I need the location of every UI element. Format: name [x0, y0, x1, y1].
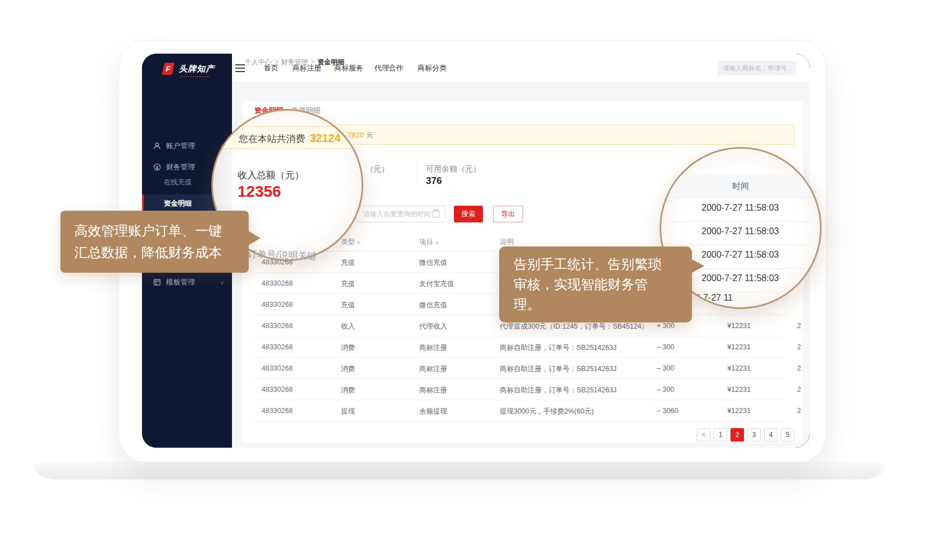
balance-value: 376: [426, 175, 442, 187]
pagination-page-2-active[interactable]: 2: [731, 428, 744, 442]
calendar-icon: [432, 210, 439, 217]
table-header-project[interactable]: 项目∨: [419, 238, 439, 247]
search-button[interactable]: 搜索: [454, 206, 483, 222]
cell-balance: ¥12231: [706, 386, 751, 393]
breadcrumb-part[interactable]: 个人中心: [245, 58, 272, 66]
income-value: 12356: [238, 183, 281, 201]
cell-time: 2: [797, 386, 801, 393]
lens-time-value: 2000-7-27 11:58:03: [701, 273, 779, 283]
chevron-down-icon: ∨: [220, 279, 224, 286]
stat-divider: [417, 162, 418, 185]
breadcrumb-current: 资金明细: [317, 58, 344, 66]
export-button[interactable]: 导出: [493, 206, 523, 222]
cell-project: 微信充值: [419, 301, 447, 310]
sort-caret-icon: ∨: [435, 240, 439, 245]
income-label: 收入总额（元）: [238, 169, 304, 182]
sort-caret-icon: ∨: [357, 240, 361, 245]
sidebar-subitem-label: 资金明细: [164, 199, 192, 208]
cell-type: 消费: [341, 343, 355, 353]
user-icon: [153, 142, 161, 150]
cell-balance: ¥12231: [706, 407, 751, 415]
table-header-order: 订单号/说明关键: [248, 248, 317, 263]
cell-amount: – 300: [657, 364, 693, 372]
pagination-page-3[interactable]: 3: [747, 428, 761, 442]
cell-type: 消费: [341, 386, 355, 395]
lens-banner-text: 您在本站共消费32124: [239, 132, 341, 145]
cell-type: 充值: [341, 258, 355, 268]
logo-icon: F: [162, 63, 176, 75]
pagination-page-5[interactable]: 5: [781, 428, 794, 442]
cell-amount: – 3060: [657, 407, 693, 415]
tooltip-finance-left: 高效管理账户订单、一键 汇总数据，降低财务成本: [60, 211, 249, 273]
nav-agency[interactable]: 代理合作: [375, 63, 404, 73]
cell-order: 48330268: [262, 407, 293, 415]
lens-time-value: 2000-7-27 11:58:03: [701, 226, 779, 236]
cell-desc: 商标自助注册，订单号：SB2514263J: [500, 343, 617, 353]
search-input[interactable]: [717, 61, 796, 75]
sidebar-item-label: 模板管理: [166, 277, 195, 287]
cell-desc: 商标自助注册，订单号：SB2514263J: [500, 364, 617, 374]
tooltip-finance-right: 告别手工统计、告别繁琐 审核，实现智能财务管 理。: [499, 246, 692, 322]
pagination-prev[interactable]: <: [697, 428, 710, 442]
cell-amount: – 300: [657, 343, 693, 351]
cell-project: 商标注册: [419, 343, 447, 353]
logo[interactable]: F 头牌知产: [162, 60, 215, 77]
table-header-type[interactable]: 类型∨: [341, 238, 361, 247]
cell-order: 48330268: [262, 364, 293, 372]
cell-amount: – 300: [657, 386, 693, 393]
cell-balance: ¥12231: [706, 322, 751, 330]
nav-trademark-category[interactable]: 商标分类: [418, 63, 447, 73]
cell-time: 2: [797, 322, 801, 330]
banner-amount-small: 7820元: [348, 131, 373, 140]
lens-time-value: 2000-7-27 11:58:03: [701, 250, 779, 260]
cell-project: 余额提现: [419, 407, 447, 416]
logo-text: 头牌知产: [179, 64, 215, 74]
cell-balance: ¥12231: [706, 364, 751, 372]
cell-desc: 商标自助注册，订单号：SB2514263J: [500, 386, 617, 395]
cell-amount: + 300: [657, 322, 693, 330]
cell-project: 商标注册: [419, 386, 447, 395]
table-row[interactable]: 48330268 提现 余额提现 提现3000元，手续费2%(60元) – 30…: [251, 400, 803, 421]
cell-type: 提现: [341, 407, 355, 416]
stat-middle-label-fragment: （元）: [366, 164, 389, 174]
cell-order: 48330268: [262, 343, 293, 351]
cell-order: 48330268: [262, 301, 293, 309]
cell-time: 2: [797, 407, 801, 415]
cell-project: 微信充值: [419, 258, 447, 268]
sidebar-item-template[interactable]: 模板管理 ∨: [142, 273, 232, 292]
cell-balance: ¥12231: [706, 343, 751, 351]
table-row[interactable]: 48330268 消费 商标注册 商标自助注册，订单号：SB2514263J –…: [251, 379, 803, 400]
cell-project: 代理收入: [419, 322, 447, 331]
sidebar-item-label: 账户管理: [166, 141, 195, 151]
menu-icon[interactable]: [235, 64, 245, 72]
stage: F 头牌知产 账户管理 ∨ 财务管理 ∧ 在线充值: [0, 0, 948, 560]
table-row[interactable]: 48330268 消费 商标注册 商标自助注册，订单号：SB2514263J –…: [251, 358, 803, 379]
cell-project: 支付宝充值: [419, 279, 454, 289]
sidebar-subitem-label: 在线充值: [164, 178, 192, 187]
tooltip-line: 理。: [514, 295, 692, 315]
tooltip-line: 告别手工统计、告别繁琐: [514, 254, 692, 274]
balance-label: 可用余额（元）: [426, 164, 481, 174]
cell-type: 充值: [341, 279, 355, 289]
consumption-amount: 32124: [310, 132, 341, 144]
pagination-page-4[interactable]: 4: [764, 428, 778, 442]
table-row[interactable]: 48330268 消费 商标注册 商标自助注册，订单号：SB2514263J –…: [251, 336, 803, 358]
cell-desc: 代理提成300元（ID:1245，订单号：SB45124）: [500, 322, 648, 331]
cell-time: 2: [797, 364, 801, 372]
sidebar-item-label: 财务管理: [166, 162, 195, 172]
lens-time-value: 2000-7-27 11:58:03: [701, 203, 779, 213]
tooltip-line: 审核，实现智能财务管: [514, 274, 692, 295]
table-header-desc: 说明: [500, 238, 514, 247]
logo-subtext-dots: [180, 76, 209, 77]
cell-order: 48330268: [262, 322, 293, 330]
cell-order: 48330268: [262, 386, 293, 393]
breadcrumb: 个人中心>财务管理>资金明细: [245, 58, 344, 67]
breadcrumb-part[interactable]: 财务管理: [281, 58, 308, 66]
finance-icon: [153, 163, 161, 171]
laptop-base: [35, 462, 884, 480]
cell-desc: 提现3000元，手续费2%(60元): [500, 407, 594, 416]
cell-type: 收入: [341, 322, 355, 331]
cell-order: 48330268: [262, 279, 293, 287]
cell-project: 商标注册: [419, 364, 447, 374]
pagination-page-1[interactable]: 1: [714, 428, 727, 442]
